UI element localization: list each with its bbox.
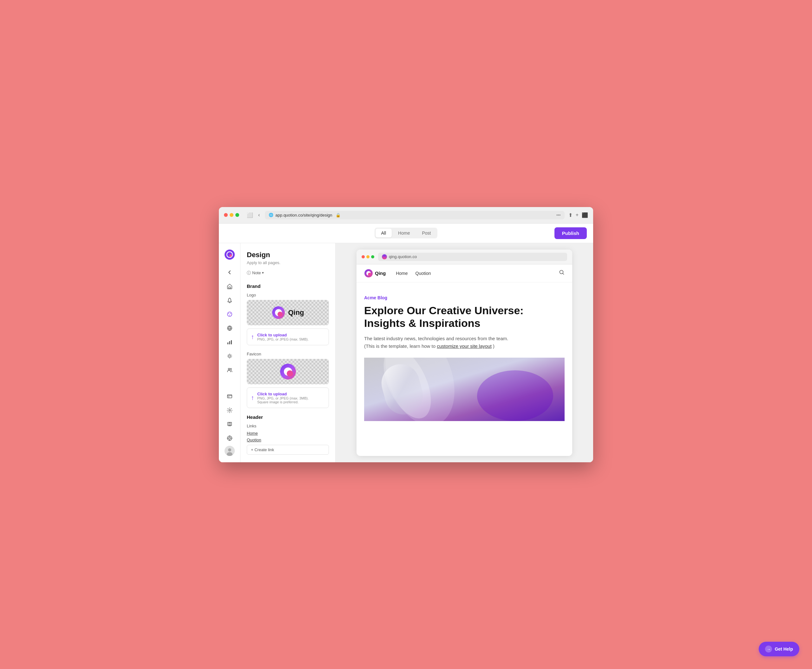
chevron-icon: ▾ xyxy=(262,271,264,275)
svg-point-1 xyxy=(229,254,232,257)
sidebar-item-sparkle[interactable] xyxy=(223,350,236,362)
site-template-note: (This is the template, learn how to xyxy=(364,343,436,349)
app-logo[interactable] xyxy=(222,247,237,262)
logo-brand-name: Qing xyxy=(288,309,304,317)
svg-point-4 xyxy=(228,313,229,314)
note-label: Note xyxy=(252,271,261,275)
browser-controls: ⬜ ‹ xyxy=(246,212,261,219)
browser-actions: ⬆ + ⬛ xyxy=(568,212,588,218)
browser-chrome: ⬜ ‹ 🌐 app.quotion.co/site/qing/design 🔒 … xyxy=(219,207,593,224)
lock-icon: 🔒 xyxy=(335,213,341,217)
get-help-label: Get Help xyxy=(775,647,793,652)
user-avatar[interactable] xyxy=(224,446,235,456)
sidebar-item-back[interactable] xyxy=(223,266,236,279)
svg-point-29 xyxy=(368,273,371,276)
create-link-button[interactable]: + Create link xyxy=(247,445,329,455)
share-button[interactable]: ⬆ xyxy=(568,212,573,218)
site-address-bar: qing.quotion.co xyxy=(378,253,567,261)
sidebar-toggle-button[interactable]: ⬜ xyxy=(246,212,254,219)
more-icon: ••• xyxy=(556,213,561,217)
favicon-upload-hint2: Square image is preferred. xyxy=(257,400,308,404)
favicon-upload-label: Click to upload xyxy=(257,392,308,396)
site-url: qing.quotion.co xyxy=(389,254,417,259)
url-text: app.quotion.co/site/qing/design xyxy=(275,213,332,217)
tab-post[interactable]: Post xyxy=(416,229,436,237)
svg-rect-10 xyxy=(231,340,232,345)
logo-label: Logo xyxy=(247,292,329,298)
site-blog-label: Acme Blog xyxy=(364,295,564,300)
sidebar-item-palette[interactable] xyxy=(223,308,236,321)
sidebar-item-card[interactable] xyxy=(223,390,236,403)
note-row[interactable]: ⓘ Note ▾ xyxy=(247,270,329,276)
site-nav-brand: Qing xyxy=(375,271,386,276)
site-minimize-icon xyxy=(366,255,369,259)
site-nav-link-quotion[interactable]: Quotion xyxy=(416,271,431,276)
logo-preview: Qing xyxy=(247,300,329,325)
svg-rect-13 xyxy=(227,395,232,398)
svg-rect-9 xyxy=(229,341,230,345)
site-nav-link-home[interactable]: Home xyxy=(396,271,408,276)
back-button[interactable]: ‹ xyxy=(257,212,261,219)
sidebar-item-chart[interactable] xyxy=(223,336,236,348)
nav-link-quotion[interactable]: Quotion xyxy=(247,437,329,442)
site-customize-link[interactable]: customize your site layout xyxy=(437,343,492,349)
svg-point-19 xyxy=(228,448,231,452)
site-logo-ring xyxy=(364,269,373,278)
logo-icon xyxy=(224,250,235,260)
tabs-button[interactable]: ⬛ xyxy=(582,212,588,218)
logo-content: Qing xyxy=(271,306,304,319)
favicon-upload-area[interactable]: ↑ Click to upload PNG, JPG, or JPEG (max… xyxy=(247,387,329,408)
design-subtitle: Apply to all pages. xyxy=(247,260,329,265)
site-content: Acme Blog Explore Our Creative Universe:… xyxy=(357,282,572,421)
sidebar-item-home[interactable] xyxy=(223,280,236,292)
logo-upload-area[interactable]: ↑ Click to upload PNG, JPG, or JPEG (max… xyxy=(247,328,329,345)
logo-upload-hint: PNG, JPG, or JPEG (max. 5MB). xyxy=(257,337,308,341)
logo-ring xyxy=(271,306,285,319)
site-hero-image xyxy=(364,358,564,421)
design-title: Design xyxy=(247,251,329,259)
header-section-title: Header xyxy=(247,414,329,420)
tab-group: All Home Post xyxy=(375,228,438,239)
site-favicon-small xyxy=(382,254,387,259)
sidebar-item-globe[interactable] xyxy=(223,322,236,334)
site-traffic-lights xyxy=(362,255,374,259)
sidebar-item-rocket[interactable] xyxy=(223,294,236,307)
svg-point-11 xyxy=(228,368,230,370)
favicon-upload-text-group: Click to upload PNG, JPG, or JPEG (max. … xyxy=(257,392,308,404)
favicon-preview xyxy=(247,359,329,384)
site-search-icon[interactable] xyxy=(559,269,564,277)
svg-point-23 xyxy=(278,312,283,317)
minimize-button[interactable] xyxy=(230,213,233,217)
top-bar: All Home Post Publish xyxy=(219,224,593,243)
globe-icon: 🌐 xyxy=(269,213,273,217)
close-button[interactable] xyxy=(224,213,228,217)
new-tab-button[interactable]: + xyxy=(576,212,579,218)
maximize-button[interactable] xyxy=(235,213,239,217)
preview-area: qing.quotion.co xyxy=(335,243,593,462)
svg-point-12 xyxy=(230,368,232,370)
tab-all[interactable]: All xyxy=(376,229,392,237)
favicon-upload-icon: ↑ xyxy=(251,394,254,402)
svg-point-34 xyxy=(477,370,553,421)
address-bar[interactable]: 🌐 app.quotion.co/site/qing/design 🔒 ••• xyxy=(265,211,564,219)
brand-section-title: Brand xyxy=(247,284,329,289)
svg-point-0 xyxy=(227,252,232,257)
favicon-label: Favicon xyxy=(247,351,329,356)
sidebar-item-globe2[interactable] xyxy=(223,432,236,444)
info-icon: ⓘ xyxy=(247,270,251,276)
svg-rect-14 xyxy=(228,397,229,397)
sidebar-item-book[interactable] xyxy=(223,418,236,430)
sidebar-item-people[interactable] xyxy=(223,364,236,377)
favicon-logo xyxy=(280,363,296,380)
nav-link-home[interactable]: Home xyxy=(247,431,329,435)
logo-upload-label: Click to upload xyxy=(257,333,308,337)
publish-button[interactable]: Publish xyxy=(554,227,587,239)
site-nav-logo: Qing xyxy=(364,269,386,278)
sidebar-bottom xyxy=(223,390,236,459)
get-help-button[interactable]: → Get Help xyxy=(759,642,799,656)
site-nav-links: Home Quotion xyxy=(396,271,431,276)
tab-home[interactable]: Home xyxy=(393,229,416,237)
sidebar-item-settings[interactable] xyxy=(223,404,236,417)
svg-point-3 xyxy=(227,312,232,316)
upload-text-group: Click to upload PNG, JPG, or JPEG (max. … xyxy=(257,333,308,341)
